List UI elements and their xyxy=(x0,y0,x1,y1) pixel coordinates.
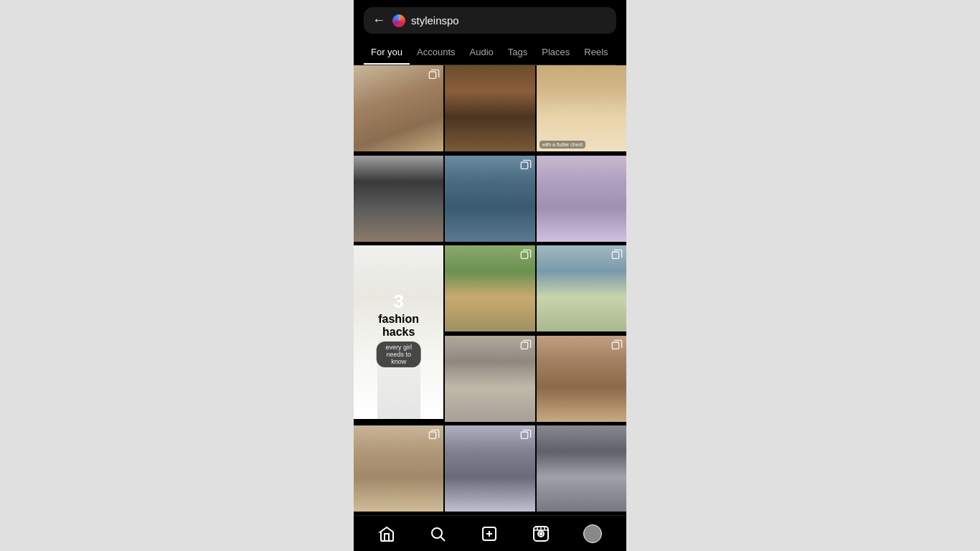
svg-rect-1 xyxy=(521,162,527,169)
header: ← styleinspo For you Accounts Audio Tags… xyxy=(354,0,626,65)
nav-home[interactable] xyxy=(378,525,395,542)
nav-create[interactable] xyxy=(481,525,498,542)
grid-item[interactable] xyxy=(354,65,443,151)
multi-photo-icon xyxy=(520,159,532,171)
multi-photo-icon xyxy=(520,339,532,351)
svg-rect-5 xyxy=(612,342,618,349)
multi-photo-icon xyxy=(520,429,532,441)
back-button[interactable]: ← xyxy=(372,13,385,28)
overlay-number: 3 xyxy=(376,291,421,313)
multi-photo-icon xyxy=(611,339,623,351)
multi-photo-icon xyxy=(520,249,532,260)
grid-item[interactable] xyxy=(445,65,534,151)
grid-item[interactable] xyxy=(445,156,534,242)
person-silhouette xyxy=(377,326,420,419)
tab-places[interactable]: Places xyxy=(534,41,577,65)
photo-grid: with a flutter chest 3 fashionhacks ever… xyxy=(354,65,626,514)
svg-point-8 xyxy=(432,528,442,538)
avatar xyxy=(583,524,602,543)
search-bar[interactable]: ← styleinspo xyxy=(364,7,616,34)
grid-item[interactable] xyxy=(537,336,626,422)
grid-item[interactable]: with a flutter chest xyxy=(537,65,626,151)
grid-item[interactable] xyxy=(537,245,626,331)
tab-tags[interactable]: Tags xyxy=(501,41,534,65)
tab-audio[interactable]: Audio xyxy=(463,41,501,65)
svg-line-9 xyxy=(441,537,446,541)
nav-profile[interactable] xyxy=(583,524,602,543)
svg-rect-7 xyxy=(521,432,527,438)
grid-item[interactable] xyxy=(537,425,626,512)
nav-reels[interactable] xyxy=(532,525,550,542)
grid-item[interactable] xyxy=(354,425,443,512)
tab-accounts[interactable]: Accounts xyxy=(410,41,462,65)
svg-rect-0 xyxy=(430,72,436,78)
phone-container: ← styleinspo For you Accounts Audio Tags… xyxy=(354,0,626,551)
grid-item[interactable] xyxy=(445,245,534,331)
nav-search[interactable] xyxy=(429,525,446,542)
svg-point-15 xyxy=(540,532,542,534)
multi-photo-icon xyxy=(611,249,623,260)
svg-rect-3 xyxy=(612,252,618,258)
tab-reels[interactable]: Reels xyxy=(577,41,615,65)
search-gradient-icon xyxy=(392,14,405,27)
multi-photo-icon xyxy=(428,429,440,441)
grid-item[interactable] xyxy=(354,156,443,242)
bottom-nav xyxy=(354,515,626,551)
tab-for-you[interactable]: For you xyxy=(364,41,410,65)
grid-item[interactable] xyxy=(537,156,626,242)
multi-photo-icon xyxy=(428,69,440,80)
search-input[interactable]: styleinspo xyxy=(411,14,608,27)
svg-rect-2 xyxy=(521,252,527,258)
svg-rect-6 xyxy=(430,432,436,438)
grid-item-fashion-hacks[interactable]: 3 fashionhacks every girl needs to know xyxy=(354,245,443,419)
grid-item[interactable] xyxy=(445,336,534,422)
grid-item[interactable] xyxy=(445,425,534,512)
overlay-label: with a flutter chest xyxy=(540,141,585,149)
tabs-bar: For you Accounts Audio Tags Places Reels xyxy=(364,41,616,65)
svg-rect-4 xyxy=(521,342,527,349)
